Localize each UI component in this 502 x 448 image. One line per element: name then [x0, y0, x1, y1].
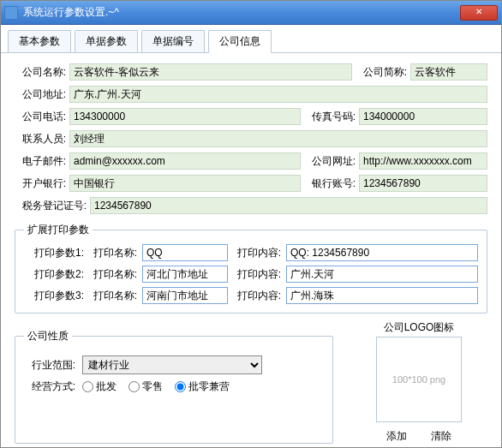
- label-mode: 经营方式:: [24, 379, 75, 394]
- content-panel: 公司名称: 公司简称: 公司地址: 公司电话: 传真号码: 联系人员: 电子邮件…: [1, 53, 501, 448]
- logo-box[interactable]: 100*100 png: [376, 337, 462, 422]
- input-email[interactable]: [69, 152, 301, 170]
- label-pname1: 打印名称:: [89, 246, 137, 260]
- label-bank: 开户银行:: [15, 176, 66, 191]
- legend-nature: 公司性质: [24, 329, 72, 343]
- input-pcontent3[interactable]: [286, 287, 478, 304]
- radio-group-mode: 批发 零售 批零兼营: [82, 379, 230, 394]
- label-pcontent3: 打印内容:: [233, 289, 281, 303]
- label-contact: 联系人员:: [15, 132, 66, 146]
- fieldset-nature: 公司性质 行业范围: 建材行业 经营方式: 批发 零售 批零兼营: [15, 329, 333, 444]
- input-pcontent1[interactable]: [286, 244, 478, 261]
- input-fax[interactable]: [359, 108, 487, 125]
- label-pcontent2: 打印内容:: [233, 267, 281, 282]
- input-company-short[interactable]: [410, 63, 487, 81]
- input-pname2[interactable]: [142, 266, 228, 283]
- radio-retail[interactable]: 零售: [128, 379, 163, 394]
- input-company-addr[interactable]: [69, 86, 487, 103]
- input-contact[interactable]: [69, 130, 487, 147]
- window-title: 系统运行参数设置.~^: [23, 5, 460, 20]
- label-p2: 打印参数2:: [24, 267, 84, 282]
- titlebar: 系统运行参数设置.~^ ✕: [1, 1, 501, 25]
- label-company-short: 公司简称:: [356, 65, 407, 80]
- label-p3: 打印参数3:: [24, 289, 84, 303]
- input-company-tel[interactable]: [69, 108, 301, 125]
- radio-wholesale[interactable]: 批发: [82, 379, 117, 394]
- label-fax: 传真号码:: [304, 110, 356, 124]
- label-pname2: 打印名称:: [89, 267, 137, 282]
- close-button[interactable]: ✕: [460, 5, 498, 21]
- logo-clear-button[interactable]: 清除: [431, 429, 451, 444]
- label-p1: 打印参数1:: [24, 246, 84, 260]
- logo-add-button[interactable]: 添加: [386, 429, 407, 444]
- label-company-name: 公司名称:: [15, 65, 66, 80]
- tab-basic[interactable]: 基本参数: [8, 30, 71, 52]
- logo-area: 公司LOGO图标 100*100 png 添加 清除: [350, 320, 487, 444]
- fieldset-print-ext: 扩展打印参数 打印参数1: 打印名称: 打印内容: 打印参数2: 打印名称: 打…: [15, 223, 487, 314]
- input-pcontent2[interactable]: [286, 266, 478, 283]
- label-taxno: 税务登记证号:: [15, 199, 87, 213]
- legend-print-ext: 扩展打印参数: [24, 223, 93, 237]
- label-industry: 行业范围:: [24, 358, 75, 373]
- label-website: 公司网址:: [304, 154, 356, 169]
- input-bank[interactable]: [69, 175, 301, 192]
- label-company-addr: 公司地址:: [15, 87, 66, 102]
- label-account: 银行账号:: [304, 176, 356, 191]
- input-pname3[interactable]: [142, 287, 228, 304]
- label-company-tel: 公司电话:: [15, 110, 66, 124]
- label-email: 电子邮件:: [15, 154, 66, 169]
- tab-document[interactable]: 单据参数: [75, 30, 138, 52]
- app-icon: [4, 6, 18, 20]
- radio-both[interactable]: 批零兼营: [175, 379, 230, 394]
- label-pcontent1: 打印内容:: [233, 246, 281, 260]
- input-company-name[interactable]: [69, 63, 352, 81]
- tab-bar: 基本参数 单据参数 单据编号 公司信息: [1, 25, 501, 53]
- input-taxno[interactable]: [90, 197, 487, 214]
- label-pname3: 打印名称:: [89, 289, 137, 303]
- tab-company[interactable]: 公司信息: [208, 30, 272, 53]
- input-pname1[interactable]: [142, 244, 228, 261]
- select-industry[interactable]: 建材行业: [82, 355, 262, 374]
- input-website[interactable]: [359, 152, 487, 170]
- tab-docno[interactable]: 单据编号: [141, 30, 205, 52]
- input-account[interactable]: [359, 175, 487, 192]
- label-logo-title: 公司LOGO图标: [350, 320, 487, 335]
